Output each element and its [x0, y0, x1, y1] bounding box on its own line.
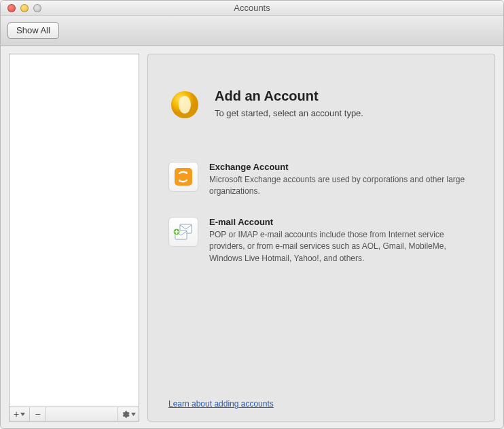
exchange-account-option[interactable]: Exchange Account Microsoft Exchange acco… — [168, 162, 474, 198]
learn-about-adding-accounts-link[interactable]: Learn about adding accounts — [168, 399, 274, 409]
minimize-window-button[interactable] — [20, 4, 29, 12]
hero-text: Add an Account To get started, select an… — [215, 88, 363, 121]
titlebar: Accounts — [1, 1, 503, 16]
email-text: E-mail Account POP or IMAP e-mail accoun… — [209, 217, 467, 264]
hero-section: Add an Account To get started, select an… — [168, 88, 474, 121]
add-account-button[interactable]: + — [10, 407, 30, 421]
dropdown-arrow-icon — [20, 413, 25, 416]
dropdown-arrow-icon — [131, 413, 136, 416]
gear-icon — [121, 410, 130, 419]
main-panel: Add an Account To get started, select an… — [147, 54, 495, 422]
window-title: Accounts — [1, 3, 503, 13]
account-list[interactable] — [9, 54, 139, 407]
email-icon — [168, 217, 198, 247]
remove-account-button[interactable]: − — [30, 407, 46, 421]
exchange-text: Exchange Account Microsoft Exchange acco… — [209, 162, 467, 198]
sidebar-controls-spacer — [46, 407, 118, 421]
zoom-window-button[interactable] — [33, 4, 41, 12]
settings-menu-button[interactable] — [118, 407, 139, 421]
hero-title: Add an Account — [215, 88, 363, 104]
close-window-button[interactable] — [7, 4, 16, 12]
plus-icon: + — [14, 409, 19, 419]
email-account-option[interactable]: E-mail Account POP or IMAP e-mail accoun… — [168, 217, 474, 264]
exchange-desc: Microsoft Exchange accounts are used by … — [209, 174, 467, 198]
window-controls — [1, 4, 41, 12]
email-desc: POP or IMAP e-mail accounts include thos… — [209, 229, 467, 264]
show-all-button[interactable]: Show All — [7, 22, 59, 39]
minus-icon: − — [35, 409, 40, 419]
exchange-icon — [168, 162, 198, 192]
sidebar-controls: + − — [9, 407, 139, 422]
hero-subtitle: To get started, select an account type. — [215, 108, 363, 118]
toolbar: Show All — [1, 16, 503, 46]
content-area: + − — [1, 46, 503, 429]
svg-point-1 — [179, 96, 191, 114]
accounts-sidebar: + − — [9, 54, 139, 422]
outlook-icon — [168, 88, 201, 121]
svg-rect-2 — [175, 168, 192, 186]
email-title: E-mail Account — [209, 217, 467, 227]
exchange-title: Exchange Account — [209, 162, 467, 172]
